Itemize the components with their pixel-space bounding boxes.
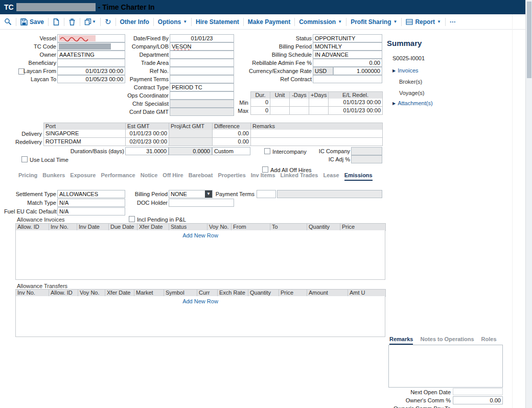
redelivery-remarks-field[interactable] bbox=[251, 138, 383, 146]
tab-inv-items[interactable]: Inv Items bbox=[251, 172, 275, 181]
column-header-voy-no[interactable]: Voy No. bbox=[207, 224, 232, 231]
column-header-allow-id[interactable]: Allow. ID bbox=[49, 290, 78, 297]
column-header-due-date[interactable]: Due Date bbox=[109, 224, 137, 231]
column-header-xfer-date[interactable]: Xfer Date bbox=[137, 224, 169, 231]
hire-statement-button[interactable]: Hire Statement bbox=[196, 18, 239, 26]
column-header-price[interactable]: Price bbox=[279, 290, 307, 297]
max-minus-days-field[interactable] bbox=[290, 107, 309, 115]
column-header-quantity[interactable]: Quantity bbox=[307, 224, 340, 231]
refresh-icon[interactable]: ↻ bbox=[105, 18, 111, 26]
tab-lease[interactable]: Lease bbox=[323, 172, 339, 181]
copy-icon[interactable]: ▼ bbox=[84, 18, 96, 26]
tab-off-hire[interactable]: Off Hire bbox=[163, 172, 183, 181]
trade-area-field[interactable] bbox=[170, 59, 234, 67]
profit-sharing-button[interactable]: Profit Sharing ▼ bbox=[351, 18, 397, 26]
doc-holder-field[interactable] bbox=[169, 199, 234, 207]
column-header-to[interactable]: To bbox=[270, 224, 307, 231]
exchange-rate-field[interactable]: 1.000000 bbox=[333, 67, 382, 75]
tab-emissions[interactable]: Emissions bbox=[344, 172, 373, 181]
scrollbar-thumb[interactable] bbox=[527, 2, 531, 78]
max-el-redel-field[interactable]: 01/01/23 00:00 bbox=[329, 107, 383, 115]
column-header-voy-no[interactable]: Voy No. bbox=[78, 290, 105, 297]
other-info-button[interactable]: Other Info bbox=[120, 18, 149, 26]
add-new-row-link[interactable]: Add New Row bbox=[182, 232, 218, 238]
delivery-est-gmt-field[interactable]: 01/01/23 00:00 bbox=[126, 130, 169, 138]
column-header-amt-u[interactable]: Amt U bbox=[348, 290, 386, 297]
max-plus-days-field[interactable] bbox=[309, 107, 329, 115]
tab-roles[interactable]: Roles bbox=[481, 336, 497, 345]
min-minus-days-field[interactable] bbox=[290, 99, 309, 107]
owners-comm-field[interactable]: 0.00 bbox=[453, 396, 503, 404]
tab-exposure[interactable]: Exposure bbox=[70, 172, 96, 181]
redelivery-est-gmt-field[interactable]: 02/01/23 00:00 bbox=[126, 138, 169, 146]
column-header-market[interactable]: Market bbox=[134, 290, 164, 297]
max-unit-field[interactable] bbox=[270, 107, 290, 115]
billing-period-field[interactable]: MONTHLY bbox=[313, 42, 382, 51]
fuel-eu-calc-default-field[interactable]: N/A bbox=[57, 207, 125, 215]
company-lob-field[interactable]: VESON bbox=[170, 42, 234, 51]
next-open-date-field[interactable] bbox=[453, 388, 503, 395]
column-header-allow-id[interactable]: Allow. ID bbox=[16, 224, 49, 231]
tab-pricing[interactable]: Pricing bbox=[18, 172, 37, 181]
use-local-time-checkbox[interactable] bbox=[21, 156, 28, 162]
column-header-quantity[interactable]: Quantity bbox=[248, 290, 279, 297]
contract-type-field[interactable]: PERIOD TC bbox=[170, 83, 234, 91]
column-header-exch-rate[interactable]: Exch Rate bbox=[218, 290, 248, 297]
tab-bareboat[interactable]: Bareboat bbox=[189, 172, 213, 181]
make-payment-button[interactable]: Make Payment bbox=[248, 18, 290, 26]
search-icon[interactable] bbox=[4, 18, 12, 26]
report-button[interactable]: Report ▼ bbox=[406, 18, 441, 26]
add-new-row-link[interactable]: Add New Row bbox=[182, 298, 218, 304]
min-plus-days-field[interactable] bbox=[309, 99, 329, 107]
ref-contract-field[interactable] bbox=[313, 75, 382, 83]
column-header-from[interactable]: From bbox=[232, 224, 270, 231]
summary-contract-id[interactable]: S0025-I0001 bbox=[392, 55, 425, 61]
column-header-symbol[interactable]: Symbol bbox=[164, 290, 197, 297]
tab-remarks[interactable]: Remarks bbox=[389, 336, 413, 345]
match-type-field[interactable]: N/A bbox=[57, 199, 125, 207]
vertical-scrollbar[interactable] bbox=[525, 0, 532, 408]
options-button[interactable]: Options ▼ bbox=[158, 18, 187, 26]
redelivery-port-field[interactable]: ROTTERDAM bbox=[44, 138, 126, 146]
tab-properties[interactable]: Properties bbox=[218, 172, 245, 181]
column-header-inv-date[interactable]: Inv Date bbox=[77, 224, 109, 231]
rebillable-admin-fee-field[interactable]: 0.00 bbox=[313, 59, 382, 67]
column-header-price[interactable]: Price bbox=[340, 224, 386, 231]
department-field[interactable] bbox=[170, 51, 234, 59]
intercompany-checkbox[interactable] bbox=[264, 148, 270, 154]
column-header-amount[interactable]: Amount bbox=[307, 290, 348, 297]
delete-icon[interactable] bbox=[68, 18, 76, 26]
tab-performance[interactable]: Performance bbox=[101, 172, 135, 181]
incl-pending-checkbox[interactable] bbox=[129, 216, 135, 222]
column-header-status[interactable]: Status bbox=[169, 224, 207, 231]
ref-no-field[interactable] bbox=[170, 67, 234, 75]
more-button[interactable]: ··· bbox=[450, 18, 456, 26]
column-header-xfer-date[interactable]: Xfer Date bbox=[105, 290, 134, 297]
save-button[interactable]: Save bbox=[20, 18, 44, 26]
duration-field[interactable]: 31.0000 bbox=[125, 147, 169, 155]
emissions-payment-terms-field[interactable] bbox=[257, 190, 276, 198]
duration-basis-field[interactable]: Custom bbox=[212, 147, 250, 155]
min-dur-field[interactable]: 0 bbox=[251, 99, 270, 107]
summary-item-brokers[interactable]: Broker(s) bbox=[399, 79, 422, 85]
commission-button[interactable]: Commission ▼ bbox=[299, 18, 342, 26]
max-dur-field[interactable]: 0 bbox=[251, 107, 270, 115]
emissions-billing-period-select[interactable]: NONE ▼ bbox=[169, 190, 213, 198]
summary-item-voyages[interactable]: Voyage(s) bbox=[399, 90, 425, 96]
remarks-textarea[interactable] bbox=[388, 345, 503, 388]
summary-item-attachments[interactable]: ▶Attachment(s) bbox=[392, 100, 433, 106]
delivery-port-field[interactable]: SINGAPORE bbox=[44, 130, 126, 138]
tab-bunkers[interactable]: Bunkers bbox=[42, 172, 65, 181]
new-document-icon[interactable] bbox=[53, 18, 60, 26]
billing-schedule-field[interactable]: IN ADVANCE bbox=[313, 51, 382, 59]
payment-terms-field[interactable] bbox=[170, 75, 234, 83]
tab-notice[interactable]: Notice bbox=[141, 172, 158, 181]
currency-code-field[interactable]: USD bbox=[313, 67, 333, 75]
delivery-remarks-field[interactable] bbox=[251, 130, 383, 138]
min-unit-field[interactable] bbox=[270, 99, 290, 107]
tab-notes-to-operations[interactable]: Notes to Operations bbox=[420, 336, 474, 345]
summary-item-invoices[interactable]: ▶Invoices bbox=[392, 67, 419, 74]
column-header-inv-no[interactable]: Inv No. bbox=[49, 224, 77, 231]
column-header-inv-no[interactable]: Inv No. bbox=[16, 290, 49, 297]
tab-linked-trades[interactable]: Linked Trades bbox=[281, 172, 318, 181]
